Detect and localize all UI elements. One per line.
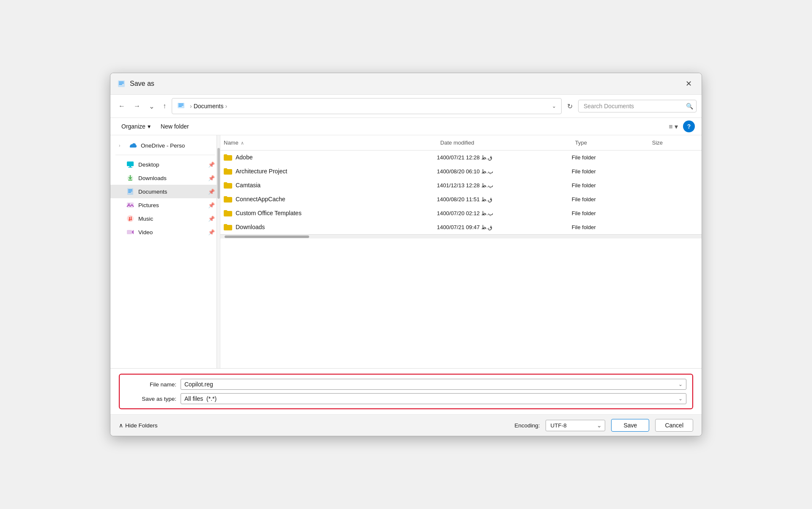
- file-row[interactable]: Adobe 1400/07/21 ق.ظ 12:28 File folder: [220, 151, 702, 164]
- video-icon: [126, 228, 135, 236]
- search-input[interactable]: [578, 100, 697, 112]
- folder-icon-adobe: [220, 153, 236, 161]
- col-header-size[interactable]: Size: [649, 138, 702, 148]
- save-as-dialog: Save as ✕ ← → ⌄ ↑ › Documents › ⌄ ↻ 🔍: [110, 73, 702, 436]
- desktop-pin: 📌: [208, 161, 215, 168]
- music-label: Music: [138, 216, 205, 222]
- filename-dropdown-icon[interactable]: ⌄: [678, 381, 683, 387]
- svg-rect-7: [178, 106, 182, 107]
- svg-rect-12: [128, 180, 132, 181]
- svg-rect-5: [178, 104, 184, 104]
- file-row[interactable]: ConnectAppCache 1400/08/20 ق.ظ 11:51 Fil…: [220, 192, 702, 206]
- breadcrumb-separator: ›: [190, 103, 192, 109]
- sidebar-item-onedrive[interactable]: › OneDrive - Perso: [110, 139, 220, 152]
- main-content: › OneDrive - Perso Desk: [110, 135, 702, 368]
- hide-folders-button[interactable]: ∧ Hide Folders: [119, 422, 158, 429]
- svg-rect-0: [118, 80, 125, 87]
- savetype-label: Save as type:: [126, 396, 176, 402]
- filename-row: File name: ⌄: [126, 379, 686, 390]
- file-name-dl: Downloads: [236, 224, 437, 230]
- file-type-conn: File folder: [572, 196, 649, 203]
- folder-icon-custom: [220, 209, 236, 217]
- file-list-header: Name ∧ Date modified Type Size: [220, 135, 702, 151]
- sidebar-scrollbar[interactable]: [217, 135, 220, 368]
- file-type-dl: File folder: [572, 224, 649, 230]
- col-header-type[interactable]: Type: [572, 138, 649, 148]
- save-button[interactable]: Save: [611, 419, 649, 432]
- svg-rect-22: [127, 230, 132, 234]
- svg-rect-6: [178, 105, 184, 106]
- refresh-button[interactable]: ↻: [564, 100, 576, 112]
- pictures-pin: 📌: [208, 202, 215, 208]
- expand-icon: ›: [119, 143, 124, 148]
- new-folder-button[interactable]: New folder: [156, 121, 193, 132]
- cancel-button[interactable]: Cancel: [655, 419, 693, 432]
- col-type-label: Type: [575, 140, 587, 146]
- breadcrumb-dropdown-icon[interactable]: ⌄: [552, 103, 556, 109]
- file-row[interactable]: Custom Office Templates 1400/07/20 ب.ظ 0…: [220, 206, 702, 220]
- svg-rect-15: [128, 191, 132, 192]
- music-icon: [126, 214, 135, 223]
- horizontal-scrollbar[interactable]: [220, 234, 702, 238]
- encoding-select[interactable]: UTF-8 UTF-16 ANSI UTF-8 with BOM: [546, 420, 605, 431]
- toolbar: Organize ▾ New folder ≡ ▾ ?: [110, 118, 702, 135]
- search-wrapper: 🔍: [578, 100, 697, 112]
- documents-pin: 📌: [208, 189, 215, 195]
- sidebar-scrollbar-thumb: [217, 148, 220, 199]
- svg-rect-10: [128, 167, 132, 168]
- filename-input-wrapper[interactable]: ⌄: [181, 379, 686, 390]
- svg-rect-8: [127, 161, 134, 166]
- filename-input[interactable]: [184, 381, 678, 388]
- file-date-adobe: 1400/07/21 ق.ظ 12:28: [437, 154, 572, 161]
- documents-label: Documents: [138, 189, 205, 195]
- file-list: Name ∧ Date modified Type Size: [220, 135, 702, 368]
- close-button[interactable]: ✕: [682, 77, 695, 90]
- savetype-dropdown-icon[interactable]: ⌄: [678, 396, 683, 402]
- col-header-name[interactable]: Name ∧: [220, 138, 437, 148]
- help-button[interactable]: ?: [683, 120, 695, 132]
- file-type-custom: File folder: [572, 210, 649, 216]
- file-row[interactable]: Camtasia 1401/12/13 ب.ظ 12:28 File folde…: [220, 178, 702, 192]
- sidebar-item-downloads[interactable]: Downloads 📌: [110, 171, 220, 185]
- file-date-arch: 1400/08/20 ب.ظ 06:10: [437, 168, 572, 175]
- sort-indicator: ∧: [241, 140, 244, 145]
- svg-rect-16: [128, 192, 131, 193]
- organize-button[interactable]: Organize ▾: [117, 121, 155, 132]
- svg-point-21: [130, 219, 132, 221]
- sidebar-item-music[interactable]: Music 📌: [110, 212, 220, 225]
- file-row[interactable]: Architecture Project 1400/08/20 ب.ظ 06:1…: [220, 164, 702, 178]
- forward-button[interactable]: →: [131, 100, 143, 112]
- form-highlight-box: File name: ⌄ Save as type: ⌄: [119, 374, 693, 409]
- file-name-cam: Camtasia: [236, 182, 437, 189]
- file-row[interactable]: Downloads 1400/07/21 ق.ظ 09:47 File fold…: [220, 220, 702, 234]
- sidebar-item-video[interactable]: Video 📌: [110, 225, 220, 239]
- bottom-form: File name: ⌄ Save as type: ⌄: [110, 368, 702, 414]
- up-button[interactable]: ↑: [160, 100, 169, 112]
- sidebar-item-desktop[interactable]: Desktop 📌: [110, 158, 220, 171]
- savetype-input-wrapper[interactable]: ⌄: [181, 393, 686, 404]
- file-date-dl: 1400/07/21 ق.ظ 09:47: [437, 224, 572, 230]
- file-name-custom: Custom Office Templates: [236, 210, 437, 216]
- col-header-date[interactable]: Date modified: [437, 138, 572, 148]
- folder-icon-dl: [220, 223, 236, 231]
- encoding-label: Encoding:: [514, 422, 540, 429]
- onedrive-icon: [128, 141, 137, 150]
- breadcrumb[interactable]: › Documents › ⌄: [172, 98, 562, 114]
- dropdown-button[interactable]: ⌄: [146, 100, 157, 112]
- folder-icon-conn: [220, 195, 236, 203]
- back-button[interactable]: ←: [115, 100, 128, 112]
- sidebar-item-pictures[interactable]: Pictures 📌: [110, 198, 220, 212]
- col-name-label: Name: [224, 140, 239, 146]
- view-button[interactable]: ≡ ▾: [666, 121, 680, 132]
- svg-rect-14: [128, 189, 132, 190]
- toolbar-right: ≡ ▾ ?: [666, 120, 695, 132]
- svg-rect-3: [119, 84, 122, 85]
- sidebar-item-documents[interactable]: Documents 📌: [110, 185, 220, 198]
- file-name-conn: ConnectAppCache: [236, 196, 437, 203]
- svg-point-19: [127, 215, 134, 222]
- savetype-input[interactable]: [184, 395, 678, 402]
- file-date-conn: 1400/08/20 ق.ظ 11:51: [437, 196, 572, 203]
- folder-icon-arch: [220, 167, 236, 175]
- svg-rect-9: [129, 166, 131, 167]
- breadcrumb-icon: [177, 101, 185, 111]
